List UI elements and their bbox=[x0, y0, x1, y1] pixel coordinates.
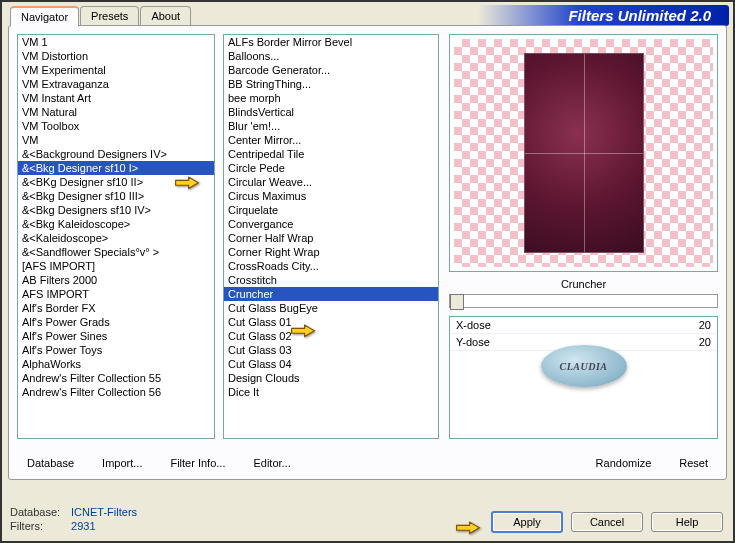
param-name: X-dose bbox=[456, 319, 491, 331]
list-item[interactable]: Cut Glass 02 bbox=[224, 329, 438, 343]
list-item[interactable]: &<Bkg Designer sf10 III> bbox=[18, 189, 214, 203]
list-item[interactable]: VM Distortion bbox=[18, 49, 214, 63]
list-item[interactable]: VM Extravaganza bbox=[18, 77, 214, 91]
tab-bar: Navigator Presets About bbox=[10, 6, 191, 27]
list-item[interactable]: Corner Half Wrap bbox=[224, 231, 438, 245]
parameter-list: X-dose 20 Y-dose 20 CLAUDIA bbox=[449, 316, 718, 439]
param-value: 20 bbox=[699, 319, 711, 331]
list-item[interactable]: AFS IMPORT bbox=[18, 287, 214, 301]
list-item[interactable]: Barcode Generator... bbox=[224, 63, 438, 77]
list-item[interactable]: AB Filters 2000 bbox=[18, 273, 214, 287]
list-item[interactable]: Cut Glass 01 bbox=[224, 315, 438, 329]
list-item[interactable]: Cirquelate bbox=[224, 203, 438, 217]
list-item[interactable]: CrossRoads City... bbox=[224, 259, 438, 273]
list-item[interactable]: Corner Right Wrap bbox=[224, 245, 438, 259]
list-item[interactable]: VM 1 bbox=[18, 35, 214, 49]
list-item[interactable]: bee morph bbox=[224, 91, 438, 105]
list-item[interactable]: Cut Glass BugEye bbox=[224, 301, 438, 315]
apply-button[interactable]: Apply bbox=[491, 511, 563, 533]
list-item[interactable]: AlphaWorks bbox=[18, 357, 214, 371]
list-item[interactable]: VM Experimental bbox=[18, 63, 214, 77]
list-item[interactable]: Design Clouds bbox=[224, 371, 438, 385]
help-button[interactable]: Help bbox=[651, 512, 723, 532]
param-value: 20 bbox=[699, 336, 711, 348]
list-item[interactable]: Andrew's Filter Collection 56 bbox=[18, 385, 214, 399]
watermark: CLAUDIA bbox=[541, 345, 627, 387]
list-item[interactable]: VM Instant Art bbox=[18, 91, 214, 105]
list-item[interactable]: Alf's Border FX bbox=[18, 301, 214, 315]
footer-info: Database: ICNET-Filters Filters: 2931 bbox=[10, 505, 137, 533]
list-item[interactable]: &<BKg Designer sf10 II> bbox=[18, 175, 214, 189]
list-item[interactable]: Alf's Power Grads bbox=[18, 315, 214, 329]
list-item[interactable]: &<Bkg Designer sf10 I> bbox=[18, 161, 214, 175]
list-item[interactable]: Alf's Power Sines bbox=[18, 329, 214, 343]
main-panel: VM 1VM DistortionVM ExperimentalVM Extra… bbox=[8, 25, 727, 480]
list-item[interactable]: Balloons... bbox=[224, 49, 438, 63]
list-item[interactable]: &<Kaleidoscope> bbox=[18, 231, 214, 245]
list-item[interactable]: Dice It bbox=[224, 385, 438, 399]
list-item[interactable]: VM bbox=[18, 133, 214, 147]
button-row: Apply Cancel Help bbox=[491, 511, 723, 533]
list-item[interactable]: Centripedal Tile bbox=[224, 147, 438, 161]
list-item[interactable]: Cut Glass 04 bbox=[224, 357, 438, 371]
tab-presets[interactable]: Presets bbox=[80, 6, 139, 27]
category-list[interactable]: VM 1VM DistortionVM ExperimentalVM Extra… bbox=[17, 34, 215, 439]
link-import[interactable]: Import... bbox=[102, 457, 142, 469]
link-database[interactable]: Database bbox=[27, 457, 74, 469]
link-reset[interactable]: Reset bbox=[679, 457, 708, 469]
cancel-button[interactable]: Cancel bbox=[571, 512, 643, 532]
progress-slider[interactable] bbox=[449, 294, 718, 308]
list-item[interactable]: Alf's Power Toys bbox=[18, 343, 214, 357]
list-item[interactable]: Circle Pede bbox=[224, 161, 438, 175]
list-item[interactable]: BB StringThing... bbox=[224, 77, 438, 91]
list-item[interactable]: Circus Maximus bbox=[224, 189, 438, 203]
list-item[interactable]: Cut Glass 03 bbox=[224, 343, 438, 357]
list-item[interactable]: &<Sandflower Specials°v° > bbox=[18, 245, 214, 259]
list-item[interactable]: Crosstitch bbox=[224, 273, 438, 287]
list-item[interactable]: [AFS IMPORT] bbox=[18, 259, 214, 273]
list-item[interactable]: Convergance bbox=[224, 217, 438, 231]
app-title: Filters Unlimited 2.0 bbox=[478, 5, 729, 26]
param-row[interactable]: X-dose 20 bbox=[450, 317, 717, 334]
list-item[interactable]: &<Bkg Kaleidoscope> bbox=[18, 217, 214, 231]
filter-list[interactable]: ALFs Border Mirror BevelBalloons...Barco… bbox=[223, 34, 439, 439]
list-item[interactable]: Circular Weave... bbox=[224, 175, 438, 189]
list-item[interactable]: Blur 'em!... bbox=[224, 119, 438, 133]
list-item[interactable]: VM Natural bbox=[18, 105, 214, 119]
list-item[interactable]: &<Bkg Designers sf10 IV> bbox=[18, 203, 214, 217]
preview-pane bbox=[449, 34, 718, 272]
list-item[interactable]: ALFs Border Mirror Bevel bbox=[224, 35, 438, 49]
right-links: Randomize Reset bbox=[596, 457, 708, 469]
preview-image bbox=[524, 53, 644, 253]
link-editor[interactable]: Editor... bbox=[253, 457, 290, 469]
tab-about[interactable]: About bbox=[140, 6, 191, 27]
list-item[interactable]: Andrew's Filter Collection 55 bbox=[18, 371, 214, 385]
slider-thumb[interactable] bbox=[450, 294, 464, 310]
link-randomize[interactable]: Randomize bbox=[596, 457, 652, 469]
current-filter-name: Cruncher bbox=[449, 278, 718, 290]
list-item[interactable]: &<Background Designers IV> bbox=[18, 147, 214, 161]
param-row[interactable]: Y-dose 20 bbox=[450, 334, 717, 351]
tab-navigator[interactable]: Navigator bbox=[10, 6, 79, 27]
list-item[interactable]: BlindsVertical bbox=[224, 105, 438, 119]
list-item[interactable]: VM Toolbox bbox=[18, 119, 214, 133]
left-links: Database Import... Filter Info... Editor… bbox=[27, 457, 291, 469]
link-filter-info[interactable]: Filter Info... bbox=[170, 457, 225, 469]
list-item[interactable]: Center Mirror... bbox=[224, 133, 438, 147]
param-name: Y-dose bbox=[456, 336, 490, 348]
list-item[interactable]: Cruncher bbox=[224, 287, 438, 301]
